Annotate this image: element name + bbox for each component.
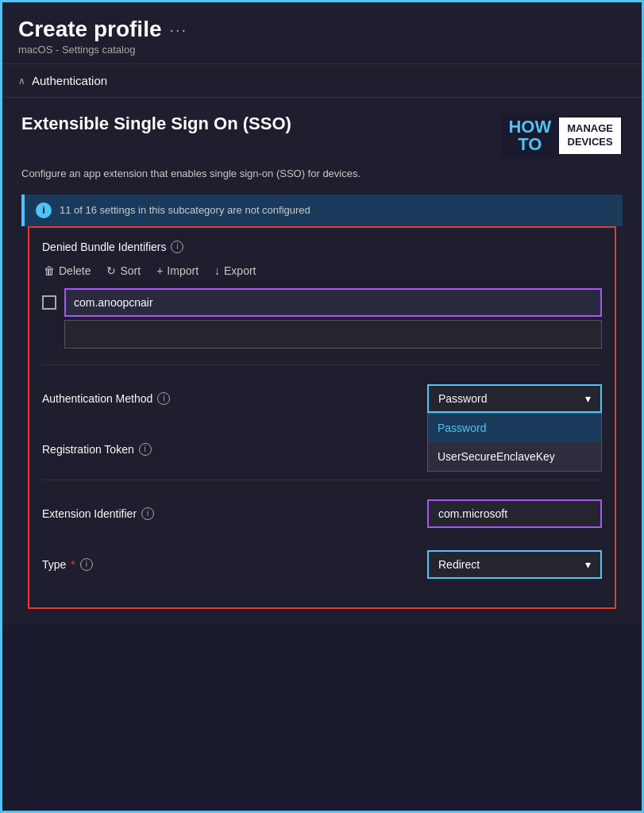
type-info-icon[interactable]: i xyxy=(80,558,93,571)
required-indicator: * xyxy=(71,558,75,571)
settings-panel: Denied Bundle Identifiers i 🗑 Delete ↻ S… xyxy=(28,226,616,609)
export-button[interactable]: ↓ Export xyxy=(213,261,257,280)
brand-how: HOW xyxy=(508,118,551,136)
auth-option-secure-enclave[interactable]: UserSecureEnclaveKey xyxy=(428,442,601,471)
auth-method-value: Password xyxy=(438,392,487,405)
bundle-input[interactable] xyxy=(64,288,602,317)
sso-title: Extensible Single Sign On (SSO) xyxy=(21,114,291,134)
registration-token-info-icon[interactable]: i xyxy=(139,443,152,456)
brand-to: TO xyxy=(518,136,542,153)
sort-button[interactable]: ↻ Sort xyxy=(105,261,142,280)
section-header[interactable]: ∧ Authentication xyxy=(2,64,642,98)
bundle-empty-row xyxy=(42,320,602,349)
auth-method-selected[interactable]: Password ▾ xyxy=(427,384,602,413)
collapse-icon: ∧ xyxy=(18,75,25,87)
more-options-icon[interactable]: ··· xyxy=(170,21,188,39)
extension-identifier-row: Extension Identifier i xyxy=(42,493,602,528)
extension-identifier-info-icon[interactable]: i xyxy=(141,507,154,520)
export-icon: ↓ xyxy=(214,264,220,277)
bundle-checkbox[interactable] xyxy=(42,295,56,310)
main-content: Extensible Single Sign On (SSO) HOW TO M… xyxy=(2,98,642,625)
auth-method-info-icon[interactable]: i xyxy=(157,392,170,405)
dropdown-chevron-icon: ▾ xyxy=(585,392,591,405)
type-field-label: Type * i xyxy=(42,558,93,571)
registration-token-label: Registration Token i xyxy=(42,443,152,456)
type-value: Redirect xyxy=(438,558,480,571)
info-banner-text: 11 of 16 settings in this subcategory ar… xyxy=(60,204,310,216)
section-label: Authentication xyxy=(32,74,107,87)
type-selected[interactable]: Redirect ▾ xyxy=(427,550,602,579)
brand-devices: DEVICES xyxy=(568,136,613,149)
sort-icon: ↻ xyxy=(106,264,116,277)
type-dropdown[interactable]: Redirect ▾ xyxy=(427,550,602,579)
extension-identifier-input[interactable] xyxy=(427,499,602,528)
bundle-empty-input[interactable] xyxy=(64,320,602,349)
info-icon: i xyxy=(36,202,52,218)
auth-method-label: Authentication Method i xyxy=(42,392,170,405)
sso-description: Configure an app extension that enables … xyxy=(21,166,623,182)
denied-bundle-label: Denied Bundle Identifiers i xyxy=(42,241,602,253)
page-subtitle: macOS - Settings catalog xyxy=(18,44,626,56)
import-button[interactable]: + Import xyxy=(155,261,200,280)
import-icon: + xyxy=(156,264,163,277)
bundle-input-row xyxy=(42,288,602,317)
auth-method-dropdown[interactable]: Password ▾ Password UserSecureEnclaveKey xyxy=(427,384,602,413)
header: Create profile ··· macOS - Settings cata… xyxy=(2,2,642,64)
denied-bundle-info-icon[interactable]: i xyxy=(171,241,183,253)
auth-option-password[interactable]: Password xyxy=(428,414,601,442)
auth-method-row: Authentication Method i Password ▾ Passw… xyxy=(42,378,602,413)
type-field-row: Type * i Redirect ▾ xyxy=(42,544,602,579)
denied-bundle-section: Denied Bundle Identifiers i 🗑 Delete ↻ S… xyxy=(42,241,602,349)
brand-logo: HOW TO MANAGE DEVICES xyxy=(502,114,623,158)
auth-method-menu: Password UserSecureEnclaveKey xyxy=(427,413,602,472)
delete-icon: 🗑 xyxy=(44,264,55,277)
extension-identifier-label: Extension Identifier i xyxy=(42,507,154,520)
bundle-toolbar: 🗑 Delete ↻ Sort + Import ↓ Export xyxy=(42,261,602,280)
page-title: Create profile xyxy=(18,17,162,42)
delete-button[interactable]: 🗑 Delete xyxy=(42,261,92,280)
brand-manage: MANAGE xyxy=(567,122,613,136)
type-chevron-icon: ▾ xyxy=(585,558,591,571)
info-banner: i 11 of 16 settings in this subcategory … xyxy=(21,195,623,226)
